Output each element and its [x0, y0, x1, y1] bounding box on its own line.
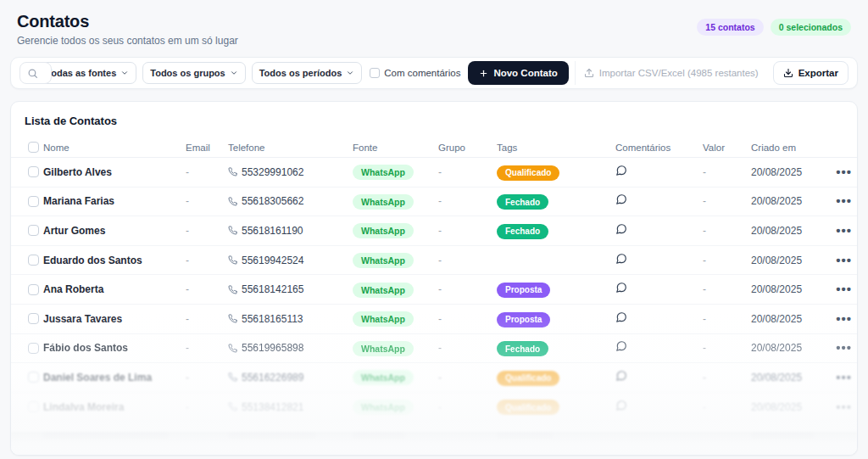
phone-number: 55619942524 [242, 255, 303, 266]
phone-icon [228, 197, 237, 206]
search-icon [27, 67, 38, 82]
row-checkbox[interactable] [28, 401, 39, 412]
contact-email: - [186, 255, 228, 266]
table-row[interactable]: Daniel Soares de Lima - 55616226989 What… [11, 363, 857, 393]
list-title: Lista de Contatos [11, 102, 857, 137]
comment-bubble-icon[interactable] [615, 282, 627, 294]
contact-group: - [438, 401, 497, 413]
comments-cell [615, 282, 703, 297]
row-checkbox[interactable] [28, 343, 39, 354]
table-row[interactable]: Mariana Farias - 55618305662 WhatsApp - … [11, 188, 857, 217]
contact-value: - [703, 401, 751, 413]
contact-phone: 55329991062 [228, 166, 353, 178]
phone-number: 55329991062 [242, 166, 303, 178]
source-badge: WhatsApp [353, 400, 414, 415]
row-actions-button[interactable]: ••• [836, 197, 857, 205]
comment-bubble-icon[interactable] [615, 311, 627, 323]
row-checkbox[interactable] [28, 255, 39, 266]
comments-filter-label: Com comentários [384, 68, 460, 78]
table-row[interactable]: Lindalva Moreira - 55138412821 WhatsApp … [11, 393, 857, 423]
contact-value: - [703, 166, 751, 178]
row-checkbox[interactable] [28, 284, 39, 295]
contact-email: - [186, 313, 228, 325]
header-badges: 15 contatos 0 selecionados [697, 19, 851, 36]
contact-email: - [186, 342, 228, 354]
table-header-row: Nome Email Telefone Fonte Grupo Tags Com… [11, 137, 857, 158]
table-row[interactable]: Jussara Tavares - 55618165113 WhatsApp -… [11, 305, 857, 334]
tag-badge: Qualificado [497, 371, 559, 386]
row-actions-button[interactable]: ••• [836, 403, 857, 411]
contact-value: - [703, 313, 751, 325]
row-actions-button[interactable]: ••• [836, 227, 857, 235]
column-header-tags: Tags [497, 143, 615, 153]
new-contact-button[interactable]: Novo Contato [468, 61, 568, 85]
contact-group: - [438, 225, 497, 237]
row-actions-button[interactable]: ••• [836, 168, 857, 176]
phone-icon [228, 226, 237, 235]
phone-icon [228, 372, 237, 382]
column-header-criado-em: Criado em [751, 143, 836, 153]
row-actions-button[interactable]: ••• [836, 373, 857, 382]
contact-group: - [438, 166, 497, 178]
export-button[interactable]: Exportar [773, 61, 849, 85]
tag-badge: Qualificado [497, 400, 559, 415]
row-actions-button[interactable]: ••• [836, 344, 857, 352]
contacts-list-card: Lista de Contatos Nome Email Telefone Fo… [10, 101, 858, 456]
contact-value: - [703, 342, 751, 354]
phone-number: 55618305662 [242, 195, 303, 207]
row-actions-button[interactable]: ••• [836, 285, 857, 294]
contacts-count-badge: 15 contatos [697, 19, 763, 36]
row-actions-button[interactable]: ••• [836, 315, 857, 323]
created-date: 20/08/2025 [751, 372, 836, 383]
comment-bubble-icon[interactable] [615, 400, 627, 411]
column-header-valor: Valor [703, 143, 751, 153]
contact-phone: 55138412821 [228, 401, 353, 413]
comment-bubble-icon[interactable] [615, 370, 627, 382]
groups-filter-dropdown[interactable]: Todos os grupos [142, 62, 245, 84]
row-checkbox[interactable] [28, 166, 39, 177]
comment-bubble-icon[interactable] [615, 193, 627, 205]
row-checkbox[interactable] [28, 196, 39, 207]
table-row[interactable]: Gilberto Alves - 55329991062 WhatsApp - … [11, 158, 857, 188]
column-header-comentarios: Comentários [615, 143, 703, 153]
phone-number: 55618161190 [242, 225, 303, 237]
phone-number: 55616226989 [242, 372, 303, 383]
table-row[interactable]: Ana Roberta - 55618142165 WhatsApp - Pro… [11, 275, 857, 305]
contact-value: - [703, 372, 751, 383]
table-row[interactable]: Eduardo dos Santos - 55619942524 WhatsAp… [11, 246, 857, 276]
comments-filter-checkbox[interactable]: Com comentários [368, 68, 462, 78]
contact-group: - [438, 342, 497, 354]
comments-cell [615, 400, 703, 415]
phone-number: 55618142165 [242, 283, 303, 295]
comment-bubble-icon[interactable] [615, 165, 627, 176]
contact-phone: 55618165113 [228, 313, 353, 325]
row-checkbox[interactable] [28, 372, 39, 383]
tag-badge: Qualificado [497, 165, 559, 181]
comment-bubble-icon[interactable] [615, 223, 627, 235]
comment-bubble-icon[interactable] [615, 253, 627, 265]
import-csv-label: Importar CSV/Excel (4985 restantes) [599, 68, 759, 78]
row-checkbox[interactable] [28, 225, 39, 236]
column-header-email: Email [186, 143, 228, 153]
periods-filter-dropdown[interactable]: Todos os períodos [252, 62, 363, 84]
row-actions-button[interactable]: ••• [836, 256, 857, 265]
phone-number: 55618165113 [242, 313, 303, 325]
row-checkbox[interactable] [28, 313, 39, 324]
import-csv-button[interactable]: Importar CSV/Excel (4985 restantes) [575, 61, 767, 85]
table-row[interactable]: Fábio dos Santos - 55619965898 WhatsApp … [11, 334, 857, 364]
contact-phone: 55618305662 [228, 195, 353, 207]
phone-number: 55619965898 [242, 342, 303, 354]
tag-badge: Fechado [497, 194, 548, 210]
contact-phone: 55619942524 [228, 255, 353, 266]
select-all-checkbox[interactable] [28, 142, 39, 153]
created-date: 20/08/2025 [751, 166, 836, 178]
contact-email: - [186, 195, 228, 207]
phone-icon [228, 285, 237, 294]
phone-icon [228, 344, 237, 353]
table-row[interactable]: Artur Gomes - 55618161190 WhatsApp - Fec… [11, 216, 857, 246]
degraded-noise-band [11, 432, 857, 443]
comments-cell [615, 253, 703, 268]
created-date: 20/08/2025 [751, 225, 836, 237]
sources-filter-dropdown[interactable]: Todas as fontes [38, 62, 136, 84]
comment-bubble-icon[interactable] [615, 340, 627, 352]
